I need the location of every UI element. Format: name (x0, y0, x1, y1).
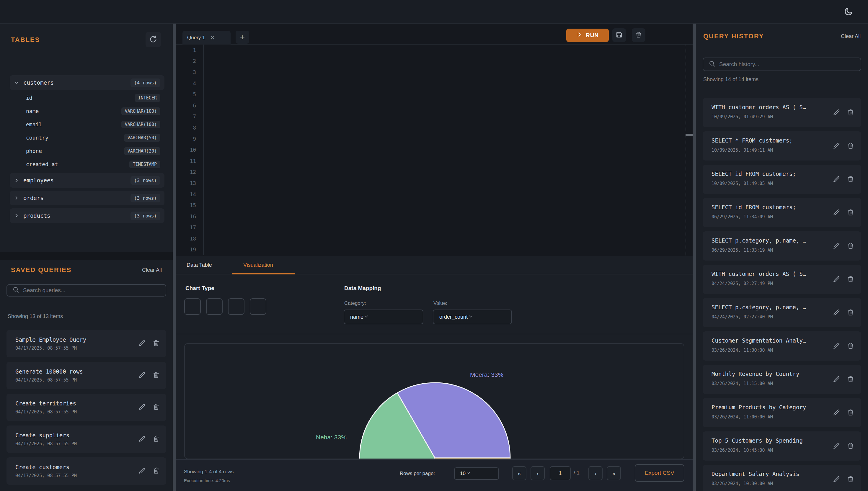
delete-history-button[interactable] (845, 374, 856, 385)
saved-query-name: Create territories (16, 400, 76, 407)
column-row[interactable]: id INTEGER (10, 91, 164, 105)
history-item[interactable]: SELECT * FROM customers; 10/09/2025, 01:… (703, 131, 861, 161)
history-item[interactable]: SELECT id FROM customers; 06/29/2025, 11… (703, 198, 861, 227)
delete-history-button[interactable] (845, 207, 856, 218)
delete-saved-query-button[interactable] (151, 466, 162, 476)
history-item[interactable]: WITH customer_orders AS ( S… 10/09/2025,… (703, 98, 861, 127)
category-select[interactable]: name (344, 310, 423, 324)
delete-history-button[interactable] (845, 107, 856, 118)
delete-history-button[interactable] (845, 441, 856, 452)
tab-visualization[interactable]: Visualization (243, 256, 273, 274)
previous-page-button[interactable]: ‹ (531, 466, 545, 480)
chart-type-button[interactable] (184, 298, 201, 315)
edit-history-button[interactable] (831, 274, 842, 285)
first-page-button[interactable]: « (512, 466, 526, 480)
chart-type-button[interactable] (228, 298, 245, 315)
chart-type-button[interactable] (206, 298, 223, 315)
history-list: WITH customer_orders AS ( S… 10/09/2025,… (703, 98, 861, 491)
edit-saved-query-button[interactable] (137, 338, 147, 349)
close-tab-button[interactable]: ✕ (210, 34, 214, 41)
edit-saved-query-button[interactable] (137, 402, 147, 412)
edit-history-button[interactable] (831, 107, 842, 118)
value-select[interactable]: order_count (433, 310, 512, 324)
history-item[interactable]: WITH customer_orders AS ( S… 04/24/2025,… (703, 265, 861, 294)
code-line: 19 (176, 244, 693, 256)
next-page-button[interactable]: › (588, 466, 603, 480)
edit-history-button[interactable] (831, 407, 842, 418)
rows-per-page-select[interactable]: 10 (454, 467, 499, 480)
refresh-tables-button[interactable] (145, 32, 161, 47)
editor-scrollbar-thumb[interactable] (685, 134, 693, 136)
delete-history-button[interactable] (845, 174, 856, 185)
delete-history-button[interactable] (845, 308, 856, 318)
saved-queries-list: Sample Employee Query 04/17/2025, 08:57:… (6, 330, 166, 485)
delete-history-button[interactable] (845, 341, 856, 351)
last-page-button[interactable]: » (607, 466, 621, 480)
delete-saved-query-button[interactable] (151, 434, 162, 444)
pencil-icon (832, 275, 841, 284)
column-row[interactable]: country VARCHAR(50) (10, 131, 164, 144)
tab-data-table[interactable]: Data Table (187, 256, 212, 274)
saved-queries-search-input[interactable] (23, 287, 166, 294)
delete-history-button[interactable] (845, 407, 856, 418)
edit-history-button[interactable] (831, 308, 842, 318)
column-row[interactable]: email VARCHAR(100) (10, 118, 164, 131)
run-query-button[interactable]: RUN (566, 29, 609, 42)
edit-history-button[interactable] (831, 174, 842, 185)
delete-history-button[interactable] (845, 141, 856, 151)
new-tab-button[interactable]: + (235, 31, 249, 44)
right-panel-divider[interactable] (693, 24, 696, 491)
history-item[interactable]: Top 5 Customers by Spending 03/26/2024, … (703, 431, 861, 461)
clear-history-button[interactable]: Clear All (841, 33, 861, 39)
saved-query-item[interactable]: Generate 100000 rows 04/17/2025, 08:57:5… (6, 362, 166, 389)
column-row[interactable]: phone VARCHAR(20) (10, 144, 164, 157)
edit-history-button[interactable] (831, 374, 842, 385)
history-item[interactable]: SELECT p.category, p.name, … 04/24/2025,… (703, 298, 861, 327)
history-item[interactable]: Department Salary Analysis 03/26/2024, 1… (703, 465, 861, 491)
sql-code-editor[interactable]: 1 2 3 4 (176, 45, 693, 256)
table-row-count-badge: (4 rows) (131, 79, 160, 87)
saved-query-item[interactable]: Create customers 04/17/2025, 08:57:55 PM (6, 457, 166, 485)
delete-history-button[interactable] (845, 274, 856, 285)
saved-query-item[interactable]: Sample Employee Query 04/17/2025, 08:57:… (6, 330, 166, 357)
history-item[interactable]: SELECT id FROM customers; 10/09/2025, 01… (703, 165, 861, 194)
history-search-input[interactable] (719, 61, 861, 67)
edit-saved-query-button[interactable] (137, 466, 147, 476)
edit-saved-query-button[interactable] (137, 370, 147, 381)
history-item[interactable]: Customer Segmentation Analy… 03/26/2024,… (703, 331, 861, 360)
theme-toggle-button[interactable] (841, 4, 856, 20)
edit-history-button[interactable] (831, 241, 842, 252)
delete-query-button[interactable] (632, 28, 645, 42)
delete-saved-query-button[interactable] (151, 338, 162, 349)
history-item[interactable]: Monthly Revenue by Country 03/26/2024, 1… (703, 365, 861, 394)
edit-history-button[interactable] (831, 474, 842, 485)
export-csv-button[interactable]: Export CSV (635, 464, 684, 482)
delete-saved-query-button[interactable] (151, 370, 162, 381)
table-row-customers[interactable]: customers (4 rows) (10, 75, 164, 90)
table-row[interactable]: products (3 rows) (10, 208, 164, 223)
edit-saved-query-button[interactable] (137, 434, 147, 444)
play-icon (576, 32, 582, 39)
saved-query-item[interactable]: Create territories 04/17/2025, 08:57:55 … (6, 394, 166, 421)
delete-history-button[interactable] (845, 474, 856, 485)
table-row[interactable]: orders (3 rows) (10, 191, 164, 205)
edit-history-button[interactable] (831, 441, 842, 452)
tab-query-1[interactable]: Query 1 ✕ (183, 31, 231, 45)
delete-saved-query-button[interactable] (151, 402, 162, 412)
edit-history-button[interactable] (831, 141, 842, 151)
column-row[interactable]: created_at TIMESTAMP (10, 157, 164, 171)
left-panel-divider[interactable] (173, 24, 176, 491)
save-query-button[interactable] (612, 28, 626, 42)
edit-history-button[interactable] (831, 207, 842, 218)
table-row[interactable]: employees (3 rows) (10, 173, 164, 187)
trash-icon (152, 466, 160, 475)
history-item[interactable]: Premium Products by Category 03/26/2024,… (703, 398, 861, 427)
saved-query-item[interactable]: Create suppliers 04/17/2025, 08:57:55 PM (6, 426, 166, 453)
column-row[interactable]: name VARCHAR(100) (10, 105, 164, 118)
clear-saved-queries-button[interactable]: Clear All (142, 267, 162, 273)
edit-history-button[interactable] (831, 341, 842, 351)
chart-type-button[interactable] (250, 298, 266, 315)
history-item[interactable]: SELECT p.category, p.name, … 06/29/2025,… (703, 231, 861, 261)
current-page-input[interactable]: 1 (550, 466, 571, 480)
delete-history-button[interactable] (845, 241, 856, 252)
